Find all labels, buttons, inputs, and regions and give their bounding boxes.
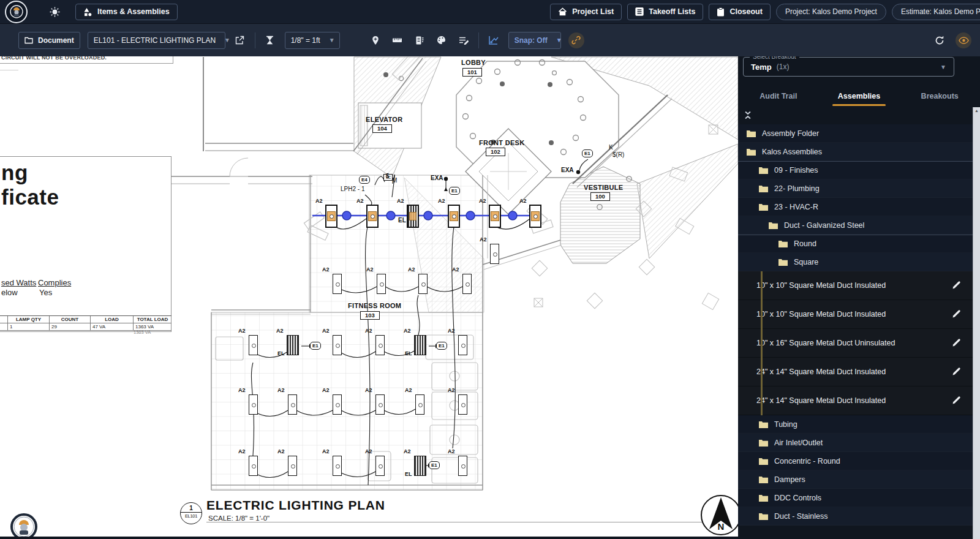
badge-e1-corridor: E1	[449, 187, 460, 195]
sheet-select[interactable]: EL101 - ELECTRIC LIGHTING PLAN ▼	[88, 32, 225, 49]
select-breakout-dropdown[interactable]: Select Breakout Temp (1x) ▼	[743, 57, 954, 77]
light-fixture-el[interactable]: A2EL	[414, 456, 426, 476]
app-logo[interactable]	[5, 1, 28, 23]
closeout-button[interactable]: Closeout	[709, 4, 770, 20]
tab-audit-trail[interactable]: Audit Trail	[738, 86, 819, 106]
project-list-button[interactable]: Project List	[550, 4, 622, 20]
theme-sun-icon[interactable]	[47, 4, 62, 19]
takeoff-clipboard-icon[interactable]	[412, 33, 427, 48]
light-fixture-a2[interactable]: A2	[249, 335, 258, 355]
edit-pencil-icon[interactable]	[952, 309, 961, 318]
estimate-pill[interactable]: Estimate: Kalos Demo Projec	[892, 4, 980, 20]
tree-folder-finishes[interactable]: 09 - Finishes	[738, 161, 973, 179]
assembly-item[interactable]: 10" x 16" Square Metal Duct Uninsulated	[738, 329, 973, 358]
assembly-item[interactable]: 10" x 10" Square Metal Duct Insulated	[738, 271, 973, 300]
room-label-front-desk: FRONT DESK	[479, 139, 525, 146]
tree-folder-plumbing[interactable]: 22- Plumbing	[738, 179, 973, 198]
refresh-icon[interactable]	[932, 33, 947, 48]
light-fixture-a2[interactable]: A2	[375, 335, 385, 355]
light-fixture-a2[interactable]: A2	[415, 394, 424, 415]
tree-folder-concentric-round[interactable]: Concentric - Round	[738, 452, 973, 470]
folder-icon	[759, 167, 768, 174]
light-fixture-a2[interactable]: A2	[333, 456, 342, 476]
collapse-all-icon[interactable]	[744, 111, 752, 119]
light-fixture-a2[interactable]: A2	[489, 205, 501, 228]
takeoff-lists-button[interactable]: Takeoff Lists	[627, 4, 703, 20]
tree-folder-hvac-r[interactable]: 23 - HVAC-R	[738, 198, 973, 216]
location-pin-icon[interactable]	[368, 33, 383, 48]
document-button[interactable]: Document	[18, 32, 80, 49]
tree-folder-kalos-assemblies[interactable]: Kalos Assemblies	[738, 143, 973, 161]
light-fixture-a2[interactable]: A2	[375, 394, 385, 415]
light-fixture-a2[interactable]: A2	[458, 335, 467, 355]
tree-folder-air-inlet-outlet[interactable]: Air Inlet/Outlet	[738, 434, 973, 452]
chevron-down-icon: ▼	[329, 37, 335, 43]
tree-folder-square[interactable]: Square	[738, 253, 973, 271]
light-fixture-a2[interactable]: A2	[377, 274, 386, 294]
light-fixture-a2[interactable]: A2	[418, 274, 428, 294]
room-label-lobby: LOBBY	[461, 59, 486, 66]
chevron-down-icon: ▼	[940, 64, 946, 70]
light-fixture-a2[interactable]: A2	[288, 394, 297, 415]
edit-pencil-icon[interactable]	[952, 281, 961, 290]
tree-folder-ddc-controls[interactable]: DDC Controls	[738, 489, 973, 507]
takeoff-chart-icon[interactable]	[486, 33, 501, 48]
takeoff-measurement[interactable]	[312, 211, 539, 220]
edit-pencil-icon[interactable]	[952, 338, 961, 347]
plan-note-text: CIRCUIT WILL NOT BE OVERLOADED.	[1, 56, 107, 61]
tree-folder-assembly-folder[interactable]: Assembly Folder	[738, 124, 973, 143]
tree-folder-duct-galvanized[interactable]: Duct - Galvanized Steel	[738, 216, 973, 235]
scroll-up-arrow[interactable]: ▲	[974, 108, 979, 113]
assembly-tree: Assembly Folder Kalos Assemblies 09 - Fi…	[738, 124, 973, 526]
snap-toggle[interactable]: Snap: Off ▼	[508, 32, 561, 49]
light-fixture-a2[interactable]: A2	[288, 456, 297, 476]
light-fixture-a2[interactable]: A2	[490, 244, 499, 264]
tree-folder-duct-stainless[interactable]: Duct - Stainless	[738, 507, 973, 526]
snap-label: Snap: Off	[514, 36, 548, 45]
tree-folder-round[interactable]: Round	[738, 235, 973, 253]
project-pill[interactable]: Project: Kalos Demo Project	[776, 4, 886, 20]
light-fixture-a2[interactable]: A2	[333, 274, 342, 294]
light-fixture-a2[interactable]: A2	[529, 205, 541, 228]
sidebar-scrollbar[interactable]: ▲	[973, 107, 980, 539]
folder-icon	[759, 476, 768, 483]
light-fixture-el[interactable]: A2EL	[414, 335, 426, 355]
light-fixture-a2[interactable]: A2	[249, 456, 258, 476]
light-fixture-a2[interactable]: A2	[375, 456, 385, 476]
palette-icon[interactable]	[434, 33, 449, 48]
light-fixture-a2[interactable]: A2	[333, 394, 342, 415]
lighting-certificate-panel: ng ficate sed Watts Complies elow Yes LA…	[0, 156, 172, 332]
tree-folder-dampers[interactable]: Dampers	[738, 470, 973, 489]
edit-pencil-icon[interactable]	[952, 396, 961, 405]
home-icon	[558, 7, 567, 16]
items-assemblies-button[interactable]: Items & Assemblies	[75, 4, 178, 20]
plan-canvas[interactable]: CIRCUIT WILL NOT BE OVERLOADED. ng ficat…	[0, 56, 738, 537]
light-fixture-a2[interactable]: A2	[462, 274, 472, 294]
scale-set-icon[interactable]	[263, 33, 277, 48]
assembly-item[interactable]: 24" x 14" Square Metal Duct Insulated	[738, 386, 973, 415]
light-fixture-el[interactable]: A2EL	[287, 335, 299, 355]
edit-pencil-icon[interactable]	[952, 367, 961, 376]
light-fixture-a2[interactable]: A2	[448, 205, 460, 228]
app-bar: Items & Assemblies Project List Takeoff …	[0, 0, 980, 23]
ruler-icon[interactable]	[390, 33, 405, 48]
light-fixture-el[interactable]: A2	[407, 205, 419, 228]
visibility-eye-icon[interactable]	[956, 32, 971, 48]
light-fixture-a2[interactable]: A2	[249, 394, 258, 415]
light-fixture-a2[interactable]: A2	[325, 205, 337, 228]
light-fixture-a2[interactable]: A2	[366, 205, 379, 228]
tab-assemblies[interactable]: Assemblies	[819, 86, 900, 106]
light-fixture-a2[interactable]: A2	[333, 335, 342, 355]
annotation-list-icon[interactable]	[456, 33, 471, 48]
light-fixture-a2[interactable]: A2	[458, 456, 467, 476]
scale-select[interactable]: 1/8" = 1ft ▼	[285, 32, 340, 49]
badge-e1-fitness-3: E1	[429, 461, 440, 469]
assembly-item[interactable]: 24" x 14" Square Metal Duct Insulated	[738, 358, 973, 386]
link-scale-icon[interactable]	[568, 32, 584, 48]
external-link-icon[interactable]	[233, 33, 247, 48]
chevron-down-icon: ▼	[224, 37, 230, 43]
tab-breakouts[interactable]: Breakouts	[899, 86, 980, 106]
tree-folder-tubing[interactable]: Tubing	[738, 415, 973, 434]
light-fixture-a2[interactable]: A2	[458, 394, 467, 415]
assembly-item[interactable]: 10" x 10" Square Metal Duct Insulated	[738, 300, 973, 329]
